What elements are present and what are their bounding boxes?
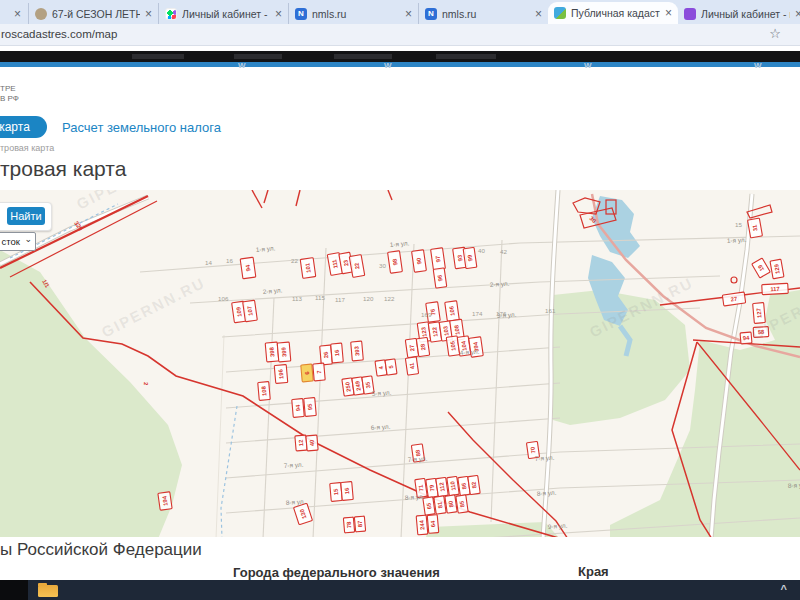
- header-watermark: W: [584, 61, 592, 70]
- lot-number: 40: [478, 247, 485, 254]
- close-tab-icon[interactable]: ×: [405, 8, 412, 20]
- header-accent-line: [0, 62, 800, 67]
- parcel-box[interactable]: 112: [436, 477, 448, 496]
- parcel-box[interactable]: 98: [388, 251, 403, 273]
- parcel-box[interactable]: 194: [158, 492, 172, 511]
- parcel-box[interactable]: 399: [277, 342, 291, 362]
- parcel-box[interactable]: 108: [258, 382, 271, 401]
- breadcrumb: тровая карта: [0, 143, 54, 153]
- url-bar[interactable]: roscadastres.com/map ☆: [0, 24, 800, 46]
- tab-title: Личный кабинет - Объявлени: [182, 8, 270, 20]
- url-text: roscadastres.com/map: [1, 28, 117, 40]
- tab-title: nmls.ru: [312, 8, 400, 20]
- parcel-box[interactable]: 16: [331, 343, 344, 363]
- folder-icon[interactable]: [38, 585, 58, 597]
- parcel-type-select[interactable]: сток ⌄: [0, 232, 36, 251]
- parcel-number: 7: [316, 370, 322, 374]
- parcel-box[interactable]: 5: [385, 359, 397, 375]
- tab[interactable]: Nnmls.ru×: [418, 3, 548, 24]
- parcel-box[interactable]: 7: [313, 363, 325, 381]
- tab-title: nmls.ru: [442, 8, 530, 20]
- tab[interactable]: Nnmls.ru×: [288, 3, 418, 24]
- find-button[interactable]: Найти: [7, 207, 45, 225]
- parcel-box[interactable]: 31: [748, 218, 763, 238]
- parcel-box[interactable]: 64: [427, 515, 439, 534]
- parcel-box[interactable]: 16: [341, 482, 354, 501]
- parcel-box[interactable]: 129: [770, 259, 784, 279]
- parcel-box[interactable]: 96: [433, 268, 447, 288]
- parcel-number: 399: [281, 346, 288, 357]
- parcel-number: 127: [756, 308, 763, 318]
- parcel-box[interactable]: 6: [301, 364, 313, 382]
- parcel-box[interactable]: 80: [445, 495, 457, 513]
- tab-active[interactable]: Публичная кадастровая карта×: [548, 2, 678, 24]
- parcel-box[interactable]: 12: [295, 435, 307, 451]
- parcel-box[interactable]: 90: [412, 250, 427, 272]
- close-tab-icon[interactable]: ×: [535, 8, 542, 20]
- parcel-box[interactable]: 99: [463, 247, 477, 268]
- parcel-box[interactable]: 41: [405, 357, 418, 375]
- parcel-box[interactable]: 26: [320, 345, 333, 365]
- banner-item: [436, 54, 496, 59]
- map-container[interactable]: 9410111123229890979693991091077610612312…: [0, 190, 800, 537]
- bookmark-star-icon[interactable]: ☆: [769, 26, 781, 41]
- parcel-box[interactable]: 97: [431, 248, 446, 270]
- close-tab-icon[interactable]: ×: [145, 8, 152, 20]
- chevron-down-icon: ⌄: [24, 234, 32, 244]
- parcel-box[interactable]: 101: [300, 258, 316, 279]
- taskbar-corner[interactable]: [0, 580, 28, 600]
- parcel-box[interactable]: 94: [292, 399, 305, 418]
- parcel-box[interactable]: 106: [445, 301, 460, 321]
- tab[interactable]: 67-й СЕЗОН ЛЕТНИХ БЛАГОТВ×: [28, 3, 158, 24]
- close-tab-icon[interactable]: ×: [665, 7, 672, 19]
- parcel-box[interactable]: 95: [304, 398, 317, 417]
- header-watermark: W: [238, 61, 246, 70]
- close-tab-icon[interactable]: ×: [14, 8, 21, 20]
- parcel-box[interactable]: 27: [722, 292, 745, 306]
- parcel-box[interactable]: 85: [456, 495, 468, 513]
- parcel-box[interactable]: 94: [240, 257, 256, 279]
- parcel-number: 244: [419, 519, 426, 530]
- lot-number: 30: [379, 262, 386, 269]
- banner-item: [234, 54, 282, 59]
- tab[interactable]: Личный кабинет - Объявлени×: [158, 3, 288, 24]
- parcel-box[interactable]: 94: [740, 332, 752, 344]
- parcel-box[interactable]: 196: [274, 365, 288, 384]
- purple-favicon-icon: [684, 8, 696, 20]
- parcel-number: 27: [409, 344, 416, 351]
- tab-cadastral-map[interactable]: карта: [0, 116, 47, 138]
- lot-number: 106: [218, 295, 229, 302]
- lot-number: 14: [205, 259, 212, 266]
- parcel-box[interactable]: 78: [343, 517, 354, 533]
- close-tab-icon[interactable]: ×: [275, 8, 282, 20]
- parcel-box[interactable]: 398: [265, 342, 279, 362]
- parcel-box[interactable]: 244: [416, 515, 428, 535]
- tab-title: Публичная кадастровая карта: [571, 7, 660, 19]
- chevron-up-icon[interactable]: ^: [781, 583, 787, 595]
- lot-number: 120: [363, 295, 374, 302]
- header-watermark: W: [754, 61, 762, 70]
- land-tax-link[interactable]: Расчет земельного налога: [62, 120, 221, 135]
- close-tab-icon[interactable]: ×: [795, 8, 800, 20]
- select-value: сток: [2, 236, 20, 247]
- parcel-box[interactable]: 28: [416, 337, 429, 356]
- banner-item: [132, 54, 184, 59]
- parcel-box[interactable]: 87: [354, 516, 365, 532]
- parcel-box[interactable]: 117: [762, 283, 788, 294]
- tab[interactable]: Личный кабинет - мои объяв×: [678, 3, 800, 24]
- nmls-favicon-icon: N: [295, 8, 307, 20]
- parcel-box[interactable]: 110: [447, 476, 459, 495]
- parcel-box[interactable]: 65: [423, 497, 435, 515]
- parcel-box[interactable]: 81: [434, 496, 446, 514]
- avito-favicon-icon: [165, 8, 177, 20]
- parcel-box[interactable]: 82: [468, 475, 480, 494]
- krai-column-header: Края: [578, 564, 609, 579]
- tab-title: 67-й СЕЗОН ЛЕТНИХ БЛАГОТВ: [52, 8, 140, 20]
- parcel-box[interactable]: 393: [351, 341, 364, 361]
- page-title: тровая карта: [0, 157, 126, 181]
- parcel-box[interactable]: 15: [330, 483, 343, 502]
- cadastral-map[interactable]: 9410111123229890979693991091077610612312…: [0, 190, 800, 537]
- tab-partial: ×: [0, 3, 28, 24]
- parcel-box[interactable]: 40: [306, 435, 318, 451]
- parcel-box[interactable]: 107: [243, 300, 258, 321]
